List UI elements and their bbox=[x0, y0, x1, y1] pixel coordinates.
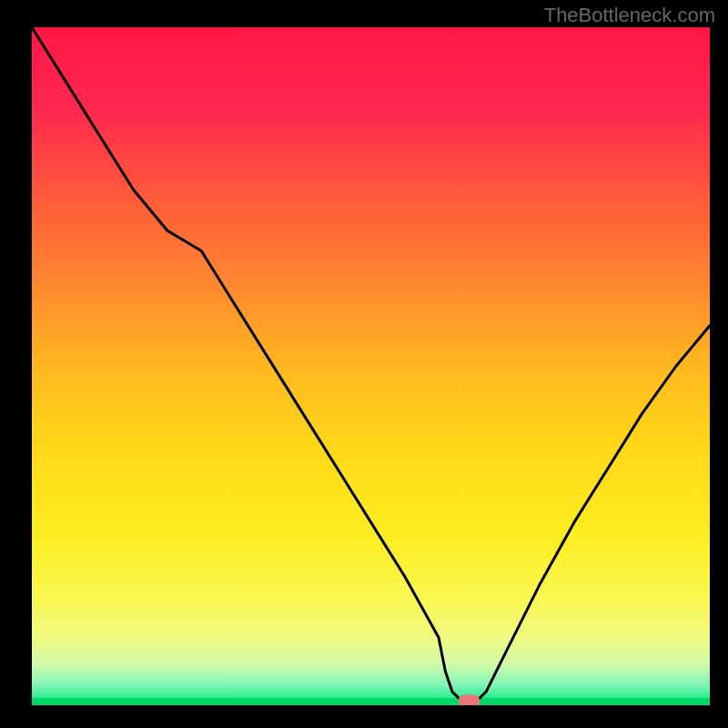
watermark-text: TheBottleneck.com bbox=[544, 4, 715, 27]
chart-svg bbox=[32, 27, 710, 705]
chart-marker bbox=[459, 695, 480, 706]
chart-baseline bbox=[32, 698, 710, 705]
chart-background bbox=[32, 27, 710, 705]
chart-plot-area bbox=[32, 27, 710, 705]
